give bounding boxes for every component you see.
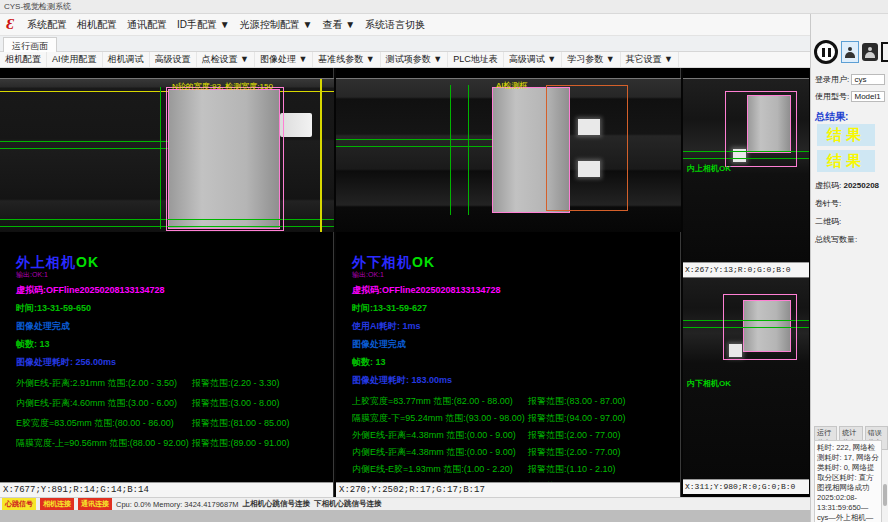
camera-image-inner-lower[interactable]: 内下相机OK — [683, 277, 809, 479]
measurement-row: 外侧E线-距离:2.91mm 范围:(2.00 - 3.50) 报警范围:(2.… — [16, 377, 329, 390]
menu-bar: Ɛ 系统配置相机配置通讯配置ID手配置 ▼光源控制配置 ▼查看 ▼系统语言切换 — [0, 14, 810, 36]
measurement-list: 上胶宽度=83.77mm 范围:(82.00 - 88.00) 报警范围:(83… — [352, 395, 676, 493]
menu-item[interactable]: 系统语言切换 — [360, 16, 430, 34]
user-button[interactable] — [841, 41, 859, 63]
measurement-text: E胶宽度=83.05mm 范围:(80.00 - 86.00) — [16, 417, 192, 430]
time-line: 时间:13-31-59-650 — [16, 302, 329, 315]
toolbar-item[interactable]: 图像处理 ▼ — [255, 52, 313, 67]
small-camera-column: 内上相机OK X:267;Y:13;R:0;G:0;B:0 内下相机OK X:3… — [683, 68, 809, 497]
right-sidebar: 登录用户: cys 使用型号: Model1 总结果: 结果 结果 虚拟码: 2… — [810, 14, 888, 522]
menu-item[interactable]: ID手配置 ▼ — [172, 16, 235, 34]
ai-detect-rect-orange — [546, 85, 628, 211]
frame-line: 帧数: 13 — [16, 338, 329, 351]
log-scrollbar[interactable] — [883, 484, 887, 506]
login-user-label: 登录用户: — [815, 75, 849, 84]
toolbar-item[interactable]: PLC地址表 — [448, 52, 504, 67]
measurement-row: 外侧E线-距离=4.38mm 范围:(0.00 - 9.00) 报警范围:(2.… — [352, 429, 676, 442]
control-buttons — [814, 40, 888, 64]
pause-button[interactable] — [814, 40, 838, 64]
login-user-value[interactable]: cys — [851, 74, 885, 85]
cpu-memory-text: Cpu: 0.0% Memory: 3424.4179687M — [116, 500, 239, 509]
alarm-range: 报警范围:(2.20 - 3.30) — [192, 377, 329, 390]
toolbar-item[interactable]: 高级调试 ▼ — [504, 52, 562, 67]
upper-cam-heartbeat-note: 上相机心跳信号连接 — [243, 499, 311, 509]
model-field: 使用型号: Model1 — [815, 91, 885, 102]
alarm-range: 报警范围:(2.00 - 77.00) — [528, 446, 676, 459]
measurement-text: 隔膜宽度-下=95.24mm 范围:(93.00 - 98.00) — [352, 412, 528, 425]
toolbar-item[interactable]: AI使用配置 — [47, 52, 103, 67]
alarm-range: 报警范围:(3.00 - 8.00) — [192, 397, 329, 410]
qr-field: 二维码: — [815, 216, 841, 227]
camera-image-outer-lower[interactable]: AI检测框 — [336, 78, 681, 232]
tab-row: 运行画面 — [0, 36, 810, 52]
comm-connect-badge: 通讯连接 — [78, 498, 112, 510]
camera-image-outer-upper[interactable]: N轮的宽度:93, 检测宽度:150 — [0, 78, 334, 232]
toolbar-item[interactable]: 其它设置 ▼ — [621, 52, 679, 67]
camera-label: 内下相机OK — [687, 378, 731, 389]
toolbar-item[interactable]: 基准线参数 ▼ — [313, 52, 380, 67]
roi-overlay-label: N轮的宽度:93, 检测宽度:150 — [172, 81, 273, 92]
coord-bar-inner-lower: X:311;Y:980;R:0;G:0;B:0 — [683, 479, 809, 494]
tab-run-screen[interactable]: 运行画面 — [3, 37, 57, 52]
ai-overlay-label: AI检测框 — [496, 80, 528, 91]
menu-items: 系统配置相机配置通讯配置ID手配置 ▼光源控制配置 ▼查看 ▼系统语言切换 — [22, 16, 430, 34]
roi-rect-pink — [166, 87, 284, 231]
edge-line-green — [450, 85, 451, 215]
model-value[interactable]: Model1 — [851, 91, 885, 102]
camera-image-inner-upper[interactable]: 内上相机OK — [683, 78, 809, 262]
status-bar: 心跳信号 相机连接 通讯连接 Cpu: 0.0% Memory: 3424.41… — [0, 497, 810, 510]
measurement-row: 上胶宽度=83.77mm 范围:(82.00 - 88.00) 报警范围:(83… — [352, 395, 676, 408]
exit-button[interactable] — [881, 42, 888, 62]
menu-item[interactable]: 查看 ▼ — [317, 16, 360, 34]
needle-label: 卷针号: — [815, 199, 841, 208]
write-count-label: 总线写数量: — [815, 235, 857, 244]
edge-line-green — [160, 87, 161, 229]
barcode-line: 虚拟码:OFFline20250208133134728 — [16, 284, 329, 297]
measurement-row: 隔膜宽度-下=95.24mm 范围:(93.00 - 98.00) 报警范围:(… — [352, 412, 676, 425]
toolbar-item[interactable]: 高级设置 — [150, 52, 197, 67]
alarm-range: 报警范围:(1.10 - 2.10) — [528, 463, 676, 476]
toolbar-item[interactable]: 相机调试 — [103, 52, 150, 67]
result-box-2: 结果 — [817, 150, 875, 172]
status-ok: OK — [412, 254, 435, 270]
door-icon — [881, 42, 888, 62]
camera-panel-outer-upper: N轮的宽度:93, 检测宽度:150 外上相机OK 输出:OK:1 虚拟码:OF… — [0, 68, 334, 497]
measurement-text: 上胶宽度=83.77mm 范围:(82.00 - 88.00) — [352, 395, 528, 408]
result-block-outer-upper: 外上相机OK 输出:OK:1 虚拟码:OFFline20250208133134… — [16, 254, 329, 450]
virtual-code-field: 虚拟码: 20250208 — [815, 180, 879, 191]
menu-item[interactable]: 系统配置 — [22, 16, 72, 34]
gripper — [280, 113, 312, 137]
alarm-range: 报警范围:(89.00 - 91.00) — [192, 437, 329, 450]
log-textarea[interactable]: 耗时: 222, 网络检测耗时: 17, 网络分类耗时: 0, 网络提取分区耗时… — [814, 440, 882, 522]
measurement-text: 外侧E线-距离:2.91mm 范围:(2.00 - 3.50) — [16, 377, 192, 390]
baseline-green — [0, 148, 168, 149]
menu-item[interactable]: 通讯配置 — [122, 16, 172, 34]
time-line: 时间:13-31-59-627 — [352, 302, 676, 315]
measurement-text: 内侧E线-距离=4.38mm 范围:(0.00 - 9.00) — [352, 446, 528, 459]
measurement-row: 内侧E线-E胶=1.93mm 范围:(1.00 - 2.20) 报警范围:(1.… — [352, 463, 676, 476]
barcode-line: 虚拟码:OFFline20250208133134728 — [352, 284, 676, 297]
menu-item[interactable]: 相机配置 — [72, 16, 122, 34]
coord-bar-outer-upper: X:7677;Y:891;R:14;G:14;B:14 — [0, 482, 333, 497]
toolbar-item[interactable]: 点检设置 ▼ — [197, 52, 255, 67]
toolbar-item[interactable]: 测试项参数 ▼ — [381, 52, 448, 67]
main-area: N轮的宽度:93, 检测宽度:150 外上相机OK 输出:OK:1 虚拟码:OF… — [0, 68, 810, 497]
menu-item[interactable]: 光源控制配置 ▼ — [235, 16, 318, 34]
measurement-list: 外侧E线-距离:2.91mm 范围:(2.00 - 3.50) 报警范围:(2.… — [16, 377, 329, 450]
measurement-row: 内侧E线-距离:4.60mm 范围:(3.00 - 6.00) 报警范围:(3.… — [16, 397, 329, 410]
heartbeat-badge: 心跳信号 — [2, 498, 36, 510]
camera-name: 外下相机 — [352, 254, 412, 270]
toolbar-item[interactable]: 学习参数 ▼ — [562, 52, 620, 67]
result-block-outer-lower: 外下相机OK 输出:OK:1 虚拟码:OFFline20250208133134… — [352, 254, 676, 493]
toolbar-items: 相机配置AI使用配置相机调试高级设置点检设置 ▼图像处理 ▼基准线参数 ▼测试项… — [0, 52, 679, 67]
virtual-code-value: 20250208 — [843, 181, 879, 190]
app-window: CYS-视觉检测系统 Ɛ 系统配置相机配置通讯配置ID手配置 ▼光源控制配置 ▼… — [0, 0, 888, 522]
ai-time-line: 使用AI耗时: 1ms — [352, 320, 676, 333]
frame-line: 帧数: 13 — [352, 356, 676, 369]
admin-button[interactable] — [862, 43, 878, 61]
elapsed-line: 图像处理耗时: 256.00ms — [16, 356, 329, 369]
measurement-row: 隔膜宽度-上=90.56mm 范围:(88.00 - 92.00) 报警范围:(… — [16, 437, 329, 450]
toolbar-item[interactable]: 相机配置 — [0, 52, 47, 67]
roi-rect-pink — [723, 294, 797, 360]
edge-line-green — [468, 85, 469, 215]
